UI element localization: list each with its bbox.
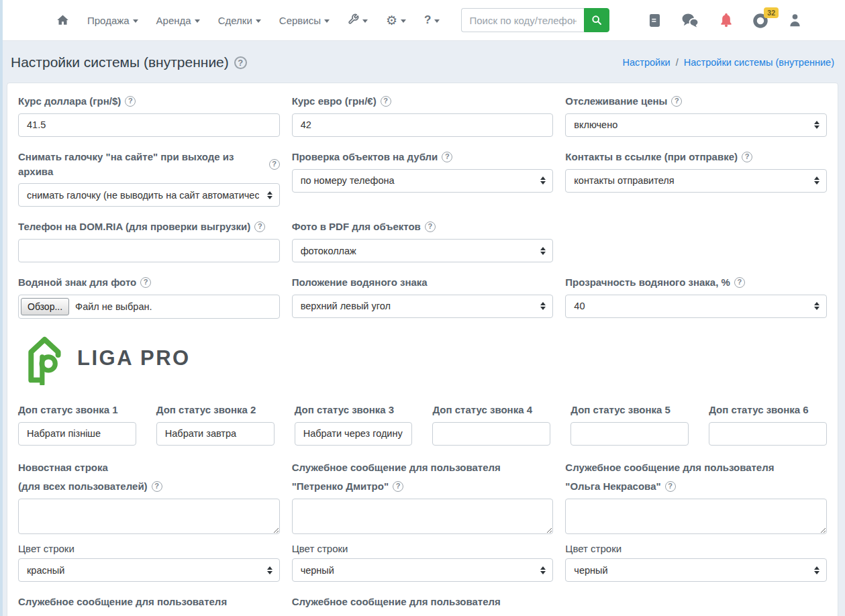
price-tracking-select[interactable]: включено — [565, 113, 827, 137]
activity-ring-icon[interactable]: 32 — [753, 12, 769, 28]
top-navbar: Продажа Аренда Сделки Сервисы ⚙ ? — [0, 0, 845, 41]
help-icon[interactable] — [742, 152, 752, 162]
pdf-photo-select[interactable]: фотоколлаж — [292, 239, 554, 262]
field-eur-rate: Курс евро (грн/€) — [292, 94, 554, 137]
eur-rate-input[interactable] — [292, 113, 554, 137]
help-icon[interactable] — [125, 96, 136, 107]
help-menu-label: ? — [424, 13, 431, 27]
call-status-4-input[interactable] — [432, 422, 550, 446]
field-archive-flag: Снимать галочку "на сайте" при выходе из… — [18, 150, 280, 207]
field-message-nekrasova: Служебное сообщение для пользователя "Ол… — [565, 460, 827, 582]
usd-rate-input[interactable] — [18, 113, 280, 137]
news-line-color-select[interactable]: красный — [18, 558, 280, 582]
watermark-opacity-select[interactable]: 40 — [565, 295, 827, 318]
message-kim-label-1: Служебное сообщение для пользователя — [18, 595, 280, 609]
wrench-icon — [348, 13, 359, 27]
call-status-6-input[interactable] — [709, 422, 827, 446]
news-line-label-2: (для всех пользователей) — [18, 479, 148, 494]
home-icon[interactable] — [56, 14, 69, 26]
news-line-textarea[interactable] — [18, 499, 280, 534]
search-group — [461, 8, 609, 32]
field-message-oleg: Служебное сообщение для пользователя "Ол… — [292, 595, 554, 616]
field-price-tracking: Отслеживание цены включено — [565, 94, 827, 137]
duplicate-check-select[interactable]: по номеру телефона — [292, 169, 554, 193]
menu-services-label: Сервисы — [279, 15, 321, 26]
page-help-icon[interactable] — [234, 56, 247, 69]
search-icon — [591, 15, 602, 25]
archive-flag-label: Снимать галочку "на сайте" при выходе из… — [18, 150, 265, 179]
call-status-3-input[interactable] — [295, 422, 413, 446]
message-petrenko-label-2: "Петренко Дмитро" — [292, 479, 389, 494]
menu-rent[interactable]: Аренда — [156, 15, 200, 26]
field-usd-rate: Курс доллара (грн/$) — [18, 94, 280, 137]
menu-sale[interactable]: Продажа — [87, 15, 138, 26]
help-icon[interactable] — [269, 159, 280, 170]
call-status-5-label: Доп статус звонка 5 — [570, 403, 689, 417]
help-icon[interactable] — [671, 96, 682, 107]
search-button[interactable] — [584, 8, 609, 32]
call-status-4-label: Доп статус звонка 4 — [432, 403, 550, 417]
call-status-1-label: Доп статус звонка 1 — [18, 403, 136, 417]
file-status-text: Файл не выбран. — [75, 301, 152, 312]
gear-icon: ⚙ — [386, 14, 397, 27]
journal-icon[interactable] — [649, 13, 660, 28]
help-icon[interactable] — [152, 481, 162, 492]
chat-icon[interactable] — [681, 13, 699, 28]
contacts-in-link-label: Контакты в ссылке (при отправке) — [565, 150, 738, 164]
menu-deals[interactable]: Сделки — [218, 15, 261, 26]
help-icon[interactable] — [665, 481, 676, 492]
contacts-in-link-select[interactable]: контакты отправителя — [565, 169, 827, 193]
call-status-1-input[interactable] — [18, 422, 136, 446]
search-input[interactable] — [461, 8, 584, 32]
help-icon[interactable] — [140, 277, 151, 288]
liga-pro-house-icon — [19, 331, 68, 385]
domria-phone-input[interactable] — [18, 239, 280, 262]
chevron-down-icon — [434, 19, 440, 23]
user-profile-icon[interactable] — [789, 13, 801, 27]
notifications-bell-icon[interactable] — [719, 13, 733, 28]
message-nekrasova-color-select[interactable]: черный — [565, 558, 827, 582]
message-oleg-label-1: Служебное сообщение для пользователя — [292, 595, 554, 609]
call-status-3-label: Доп статус звонка 3 — [295, 403, 413, 417]
menu-rent-label: Аренда — [156, 15, 191, 26]
help-icon[interactable] — [393, 481, 403, 492]
usd-rate-label: Курс доллара (грн/$) — [18, 94, 121, 109]
help-icon[interactable] — [442, 152, 452, 162]
chevron-down-icon — [401, 19, 406, 23]
help-icon[interactable] — [381, 96, 391, 107]
menu-sale-label: Продажа — [87, 15, 130, 26]
page-title-text: Настройки системы (внутренние) — [11, 54, 229, 70]
archive-flag-select[interactable]: снимать галочку (не выводить на сайт авт… — [18, 183, 280, 207]
menu-services[interactable]: Сервисы — [279, 15, 330, 26]
field-call-status-1: Доп статус звонка 1 — [18, 403, 136, 446]
field-message-petrenko: Служебное сообщение для пользователя "Пе… — [292, 460, 554, 582]
field-contacts-in-link: Контакты в ссылке (при отправке) контакт… — [565, 150, 827, 207]
menu-deals-label: Сделки — [218, 15, 252, 26]
menu-settings[interactable]: ⚙ — [386, 14, 406, 27]
browse-button[interactable]: Обзор... — [21, 298, 69, 315]
menu-help[interactable]: ? — [424, 13, 440, 27]
field-call-status-3: Доп статус звонка 3 — [295, 403, 413, 446]
message-nekrasova-textarea[interactable] — [565, 499, 827, 534]
call-status-2-input[interactable] — [156, 422, 275, 446]
call-status-2-label: Доп статус звонка 2 — [156, 403, 275, 417]
call-status-5-input[interactable] — [570, 422, 689, 446]
help-icon[interactable] — [425, 221, 436, 232]
message-nekrasova-label-2: "Ольга Некрасова" — [565, 479, 660, 494]
message-petrenko-textarea[interactable] — [292, 499, 554, 534]
menu-tools[interactable] — [348, 13, 368, 27]
logo-text: LIGA PRO — [77, 346, 191, 370]
help-icon[interactable] — [734, 277, 745, 288]
breadcrumb-separator: / — [676, 57, 679, 68]
watermark-position-select[interactable]: верхний левый угол — [292, 295, 554, 318]
breadcrumb-link-settings[interactable]: Настройки — [623, 57, 670, 68]
chevron-down-icon — [324, 19, 330, 23]
watermark-file-input[interactable]: Обзор... Файл не выбран. — [18, 295, 280, 319]
help-icon[interactable] — [254, 221, 265, 232]
liga-pro-logo: LIGA PRO — [19, 331, 827, 385]
message-petrenko-color-select[interactable]: черный — [292, 558, 554, 582]
field-news-line: Новостная строка (для всех пользователей… — [18, 460, 280, 582]
message-nekrasova-label-1: Служебное сообщение для пользователя — [565, 460, 827, 475]
breadcrumb-link-system-settings[interactable]: Настройки системы (внутренние) — [684, 57, 834, 68]
field-watermark-file: Водяной знак для фото Обзор... Файл не в… — [18, 275, 280, 319]
